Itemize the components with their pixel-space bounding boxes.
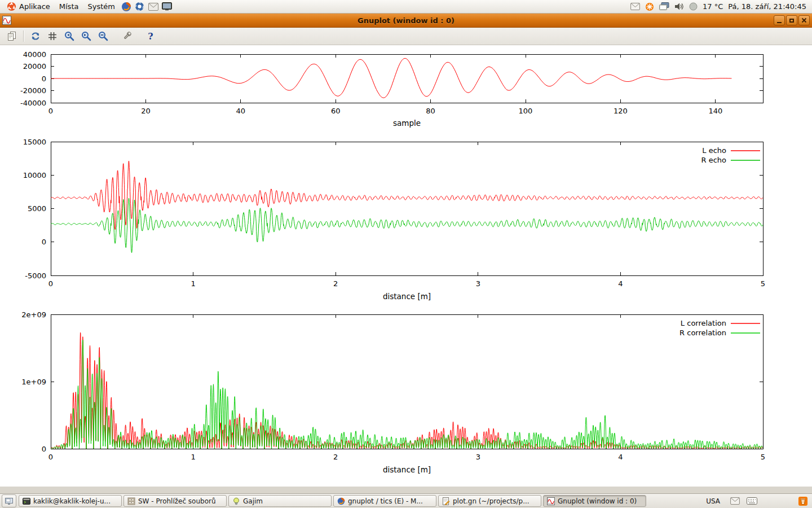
- gnuplot-window: Gnuplot (window id : 0): [0, 14, 812, 487]
- svg-text:4: 4: [618, 453, 623, 461]
- minimize-icon: [777, 22, 782, 23]
- taskbar-item-label: Gajim: [243, 497, 263, 505]
- taskbar-item-firefox[interactable]: gnuplot / tics (E) - M...: [333, 495, 436, 507]
- svg-text:0: 0: [48, 279, 53, 288]
- taskbar-items: kaklik@kaklik-kolej-u...SW - Prohlížeč s…: [19, 495, 646, 507]
- configure-button[interactable]: [120, 29, 134, 43]
- toggle-grid-button[interactable]: [45, 29, 60, 43]
- replot-button[interactable]: [28, 29, 43, 43]
- svg-text:20: 20: [141, 107, 151, 115]
- taskbar-item-file-manager[interactable]: SW - Prohlížeč souborů: [123, 495, 227, 507]
- refresh-icon: [30, 30, 41, 42]
- mail-notifier-icon[interactable]: [630, 3, 640, 10]
- taskbar-item-label: Gnuplot (window id : 0): [558, 497, 637, 505]
- svg-text:40: 40: [236, 107, 246, 115]
- close-icon: [801, 17, 807, 23]
- file-manager-icon: [127, 497, 135, 505]
- svg-text:120: 120: [614, 107, 628, 115]
- svg-text:4: 4: [618, 279, 623, 288]
- gnuplot-plots: 020406080100120140-40000-200000200004000…: [0, 45, 812, 487]
- gnuplot-icon: [547, 497, 555, 505]
- gajim-icon: [232, 497, 240, 505]
- terminal-launcher[interactable]: [160, 0, 174, 13]
- menu-applications[interactable]: Aplikace: [2, 0, 55, 13]
- firefox-icon: [337, 497, 345, 505]
- copy-icon: [6, 30, 17, 42]
- maximize-icon: [789, 19, 794, 23]
- plot-canvas[interactable]: 020406080100120140-40000-200000200004000…: [0, 45, 812, 487]
- zoom-next-button[interactable]: [79, 29, 94, 43]
- taskbar-item-text-editor[interactable]: plot.gn (~/projects/p...: [438, 495, 541, 507]
- menu-places-label: Místa: [59, 2, 79, 11]
- svg-text:40000: 40000: [23, 50, 46, 59]
- svg-text:60: 60: [331, 107, 341, 115]
- text-editor-icon: [442, 497, 450, 505]
- window-icon: [2, 16, 11, 25]
- autoscale-button[interactable]: [96, 29, 111, 43]
- svg-text:2: 2: [333, 453, 338, 461]
- gnuplot-toolbar: ?: [0, 28, 812, 45]
- help-launcher[interactable]: [133, 0, 147, 13]
- svg-text:0: 0: [42, 445, 46, 453]
- menu-system[interactable]: Systém: [83, 0, 119, 13]
- keyboard-applet-icon[interactable]: [747, 497, 757, 505]
- firefox-launcher[interactable]: [120, 0, 133, 13]
- svg-text:R correlation: R correlation: [679, 329, 726, 337]
- taskbar-item-gajim[interactable]: Gajim: [228, 495, 332, 507]
- mail-launcher[interactable]: [147, 0, 160, 13]
- firefox-icon: [121, 2, 131, 12]
- menu-system-label: Systém: [87, 2, 114, 11]
- svg-text:140: 140: [708, 107, 722, 115]
- weather-icon[interactable]: [689, 2, 698, 11]
- zoom-previous-icon: [64, 30, 75, 42]
- titlebar[interactable]: Gnuplot (window id : 0): [0, 14, 812, 28]
- clock[interactable]: Pá, 18. září, 21:40:45: [728, 2, 806, 11]
- zoom-previous-button[interactable]: [62, 29, 77, 43]
- taskbar-item-label: SW - Prohlížeč souborů: [138, 497, 216, 505]
- show-desktop-button[interactable]: [2, 494, 16, 507]
- svg-text:sample: sample: [393, 119, 421, 128]
- remote-desktop-icon[interactable]: [659, 2, 669, 11]
- svg-text:2e+09: 2e+09: [21, 310, 46, 319]
- svg-text:-5000: -5000: [25, 271, 46, 280]
- grid-icon: [47, 30, 58, 42]
- svg-text:100: 100: [519, 107, 533, 115]
- svg-text:3: 3: [476, 453, 480, 461]
- terminal-icon: [23, 497, 30, 505]
- panel-notification-area: 17 °C Pá, 18. září, 21:40:45: [630, 2, 810, 11]
- svg-text:5000: 5000: [28, 204, 46, 213]
- svg-text:1: 1: [191, 279, 195, 288]
- taskbar-item-label: gnuplot / tics (E) - M...: [348, 497, 423, 505]
- svg-text:R echo: R echo: [701, 156, 726, 164]
- minimize-button[interactable]: [774, 15, 785, 25]
- help-icon: ?: [148, 31, 153, 42]
- volume-icon[interactable]: [674, 2, 684, 11]
- zoom-reset-icon: [98, 30, 109, 42]
- svg-text:1: 1: [191, 453, 195, 461]
- gnome-panel: Aplikace Místa Systém 17 °C Pá, 18.: [0, 0, 812, 14]
- menu-places[interactable]: Místa: [55, 0, 83, 13]
- taskbar-item-gnuplot[interactable]: Gnuplot (window id : 0): [543, 495, 646, 507]
- svg-text:5: 5: [761, 453, 765, 461]
- maximize-button[interactable]: [786, 15, 797, 25]
- temperature-label: 17 °C: [703, 2, 723, 11]
- svg-text:0: 0: [42, 238, 46, 246]
- svg-text:-20000: -20000: [20, 86, 46, 95]
- zoom-next-icon: [81, 30, 92, 42]
- svg-text:3: 3: [476, 279, 480, 288]
- svg-text:2: 2: [333, 279, 338, 288]
- keyboard-layout-indicator[interactable]: USA: [703, 496, 723, 506]
- trash-applet[interactable]: [798, 496, 808, 506]
- svg-text:L correlation: L correlation: [681, 319, 726, 327]
- svg-text:0: 0: [42, 75, 46, 83]
- mail-applet-icon[interactable]: [730, 497, 740, 505]
- copy-to-clipboard-button[interactable]: [5, 29, 19, 43]
- taskbar-right: USA: [703, 496, 810, 506]
- update-notifier-icon[interactable]: [645, 2, 654, 11]
- close-button[interactable]: [798, 15, 810, 25]
- svg-text:0: 0: [48, 453, 53, 461]
- taskbar: kaklik@kaklik-kolej-u...SW - Prohlížeč s…: [0, 493, 812, 508]
- help-button[interactable]: ?: [143, 29, 158, 43]
- svg-text:L echo: L echo: [702, 146, 726, 155]
- taskbar-item-terminal[interactable]: kaklik@kaklik-kolej-u...: [19, 495, 122, 507]
